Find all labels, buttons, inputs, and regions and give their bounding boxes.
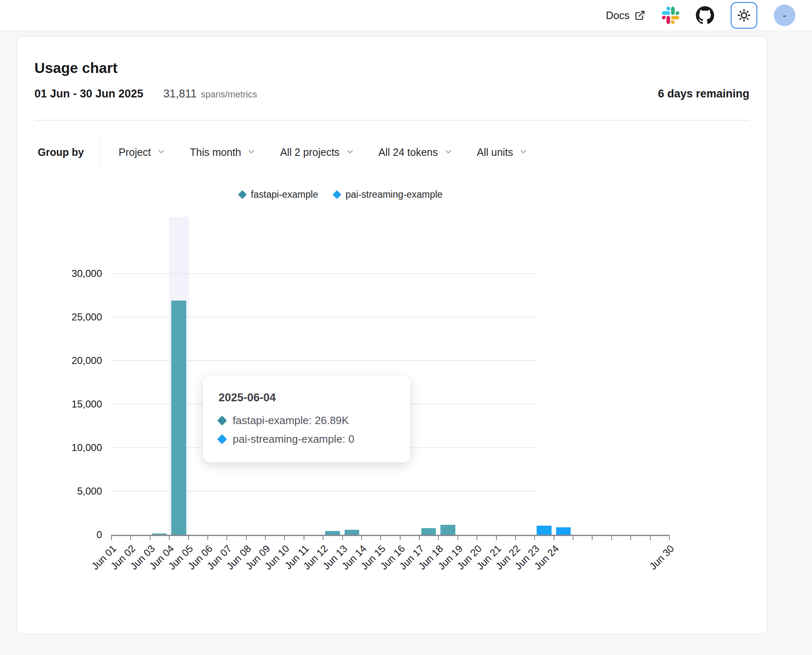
usage-bar-chart[interactable]: 05,00010,00015,00020,00025,00030,000Jun …: [17, 203, 768, 597]
legend-label: fastapi-example: [251, 189, 318, 200]
days-remaining: 6 days remaining: [658, 87, 749, 100]
chart-legend: fastapi-example pai-streaming-example: [129, 189, 553, 200]
x-axis-tick: [207, 536, 208, 540]
chart-tooltip: 2025-06-04 fastapi-example: 26.89K pai-s…: [203, 376, 410, 462]
docs-link[interactable]: Docs: [606, 10, 645, 22]
x-axis-tick: [554, 536, 554, 540]
chevron-down-icon: [444, 147, 453, 159]
x-axis-tick: [246, 536, 247, 540]
x-axis-tick: [592, 536, 593, 540]
page-title: Usage chart: [34, 59, 749, 77]
legend-diamond-icon: [238, 190, 247, 199]
filter-toolbar: Group by Project This month All 2 projec…: [34, 137, 749, 167]
chart-bar-fastapi-example[interactable]: [440, 525, 455, 535]
x-axis-tick: [438, 536, 439, 540]
chevron-down-icon: [519, 147, 528, 159]
docs-link-label: Docs: [606, 10, 630, 22]
github-icon[interactable]: [696, 6, 714, 24]
tooltip-diamond-icon: [217, 415, 227, 425]
x-axis-tick-label: Jun 30: [647, 543, 676, 572]
x-axis-tick: [419, 536, 420, 540]
dropdown-time-range[interactable]: This month: [190, 146, 256, 159]
x-axis-tick: [169, 536, 170, 540]
x-axis-tick: [457, 536, 458, 540]
dropdown-label: This month: [190, 146, 241, 158]
x-axis-tick: [669, 536, 670, 540]
date-range: 01 Jun - 30 Jun 2025: [34, 87, 143, 100]
dropdown-projects[interactable]: All 2 projects: [280, 146, 354, 159]
tooltip-date: 2025-06-04: [219, 391, 394, 404]
x-axis-tick: [611, 536, 612, 540]
x-axis-tick: [515, 536, 516, 540]
x-axis-tick: [534, 536, 535, 540]
theme-toggle-button[interactable]: [731, 2, 757, 29]
header-divider: [34, 120, 749, 121]
x-axis-tick: [188, 536, 189, 540]
legend-label: pai-streaming-example: [345, 189, 442, 200]
filter-divider: [100, 137, 100, 167]
x-axis-tick: [573, 536, 574, 540]
y-axis-tick-label: 15,000: [17, 398, 102, 410]
chart-bar-fastapi-example[interactable]: [325, 531, 340, 535]
external-link-icon: [635, 10, 645, 21]
y-axis-tick-label: 5,000: [17, 485, 102, 497]
avatar-label: -: [783, 9, 786, 22]
x-axis-tick: [380, 536, 381, 540]
x-axis-tick: [226, 536, 227, 540]
total-count: 31,811: [163, 87, 197, 100]
x-axis-tick: [650, 536, 651, 540]
x-axis-tick: [111, 536, 112, 540]
y-axis-tick-label: 20,000: [17, 354, 102, 367]
card-content: Usage chart 01 Jun - 30 Jun 2025 31,811 …: [17, 37, 767, 200]
y-axis-tick-label: 0: [17, 529, 102, 541]
x-axis-tick: [150, 536, 151, 540]
y-axis-tick-label: 25,000: [17, 311, 102, 323]
x-axis-tick: [265, 536, 266, 540]
usage-summary-row: 01 Jun - 30 Jun 2025 31,811 spans/metric…: [34, 87, 749, 102]
x-axis-tick: [630, 536, 631, 540]
x-axis-tick: [323, 536, 323, 540]
x-axis-tick: [477, 536, 477, 540]
chart-bar-fastapi-example[interactable]: [345, 530, 359, 535]
dropdown-label: All units: [477, 146, 513, 158]
tooltip-row-text: fastapi-example: 26.89K: [233, 414, 349, 427]
y-axis-tick-label: 10,000: [17, 442, 102, 454]
chart-bar-fastapi-example[interactable]: [421, 528, 436, 535]
avatar[interactable]: -: [774, 5, 795, 26]
sun-icon: [737, 8, 751, 22]
chart-bar-pai-streaming-example[interactable]: [537, 526, 551, 535]
legend-item-pai-streaming-example[interactable]: pai-streaming-example: [334, 189, 442, 200]
dropdown-label: Project: [119, 146, 151, 158]
chevron-down-icon: [345, 147, 355, 159]
x-axis-tick: [496, 536, 497, 540]
x-axis-line: [111, 535, 670, 536]
gridline: [112, 273, 535, 274]
tooltip-row: pai-streaming-example: 0: [219, 433, 394, 446]
x-axis-tick: [284, 536, 285, 540]
legend-diamond-icon: [333, 190, 341, 199]
top-navigation-bar: Docs: [0, 0, 812, 31]
chart-bar-fastapi-example[interactable]: [171, 301, 186, 535]
x-axis-tick: [304, 536, 304, 540]
dropdown-label: All 24 tokens: [379, 146, 438, 158]
usage-chart-card: Usage chart 01 Jun - 30 Jun 2025 31,811 …: [17, 36, 767, 634]
dropdown-units[interactable]: All units: [477, 146, 528, 159]
group-by-label: Group by: [34, 146, 100, 158]
x-axis-tick: [130, 536, 131, 540]
x-axis-tick: [342, 536, 343, 540]
dropdown-tokens[interactable]: All 24 tokens: [379, 146, 453, 159]
tooltip-diamond-icon: [217, 434, 227, 444]
legend-item-fastapi-example[interactable]: fastapi-example: [239, 189, 318, 200]
chart-bar-pai-streaming-example[interactable]: [556, 527, 571, 535]
x-axis-tick: [361, 536, 362, 540]
dropdown-group-by-project[interactable]: Project: [119, 146, 166, 159]
tooltip-row: fastapi-example: 26.89K: [219, 414, 394, 427]
dropdown-label: All 2 projects: [280, 146, 339, 158]
y-axis-tick-label: 30,000: [17, 267, 102, 280]
slack-icon[interactable]: [662, 7, 679, 24]
total-unit: spans/metrics: [201, 89, 257, 100]
x-axis-tick: [400, 536, 401, 540]
tooltip-row-text: pai-streaming-example: 0: [233, 433, 354, 446]
chevron-down-icon: [247, 147, 256, 159]
chevron-down-icon: [157, 147, 166, 159]
